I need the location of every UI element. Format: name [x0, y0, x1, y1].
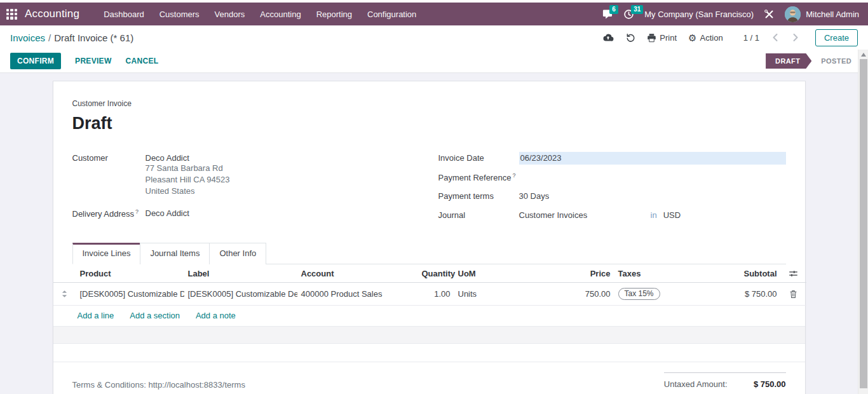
breadcrumb-current: Draft Invoice (* 61): [54, 32, 133, 43]
help-marker: ?: [135, 208, 139, 215]
cell-account[interactable]: 400000 Product Sales: [297, 283, 418, 306]
invoice-date-label: Invoice Date: [438, 150, 519, 163]
col-product[interactable]: Product: [76, 264, 184, 283]
add-note-link[interactable]: Add a note: [196, 311, 236, 320]
scrollbar-thumb[interactable]: [860, 59, 867, 388]
table-add-row: Add a line Add a section Add a note: [53, 306, 805, 327]
totals-block: Untaxed Amount: $ 750.00 Tax 15%: $ 112.…: [664, 372, 786, 394]
pager: 1 / 1: [743, 33, 759, 43]
cancel-button[interactable]: CANCEL: [126, 57, 159, 65]
user-menu[interactable]: Mitchell Admin: [785, 6, 859, 22]
payment-terms-label: Payment terms: [438, 188, 519, 201]
save-cloud-icon[interactable]: [602, 33, 614, 43]
cell-label[interactable]: [DESK0005] Customizable Des...: [184, 283, 297, 306]
debug-tools-icon[interactable]: [764, 9, 775, 20]
col-uom[interactable]: UoM: [454, 264, 529, 283]
tax-tag[interactable]: Tax 15%: [618, 288, 660, 300]
discard-undo-icon[interactable]: [625, 32, 635, 43]
apps-grid-icon[interactable]: [6, 9, 17, 20]
col-taxes[interactable]: Taxes: [614, 264, 698, 283]
activities-count-badge: 31: [631, 5, 643, 14]
company-switcher[interactable]: My Company (San Francisco): [644, 10, 754, 19]
menu-dashboard[interactable]: Dashboard: [96, 4, 152, 25]
customer-address-line: United States: [146, 186, 438, 197]
menu-vendors[interactable]: Vendors: [207, 4, 253, 25]
delete-line-icon[interactable]: [781, 283, 806, 306]
empty-table-row: [53, 344, 805, 362]
delivery-address-field[interactable]: Deco Addict: [146, 205, 438, 218]
help-marker: ?: [512, 172, 515, 179]
messages-button[interactable]: 6: [602, 9, 613, 20]
col-label[interactable]: Label: [184, 264, 297, 283]
notebook-tabs: Invoice Lines Journal Items Other Info: [72, 243, 786, 264]
create-button[interactable]: Create: [815, 29, 858, 46]
top-nav-bar: Accounting Dashboard Customers Vendors A…: [0, 3, 868, 25]
add-section-link[interactable]: Add a section: [130, 311, 180, 320]
customer-address-line: 77 Santa Barbara Rd: [146, 163, 438, 174]
printer-icon: [647, 33, 656, 43]
table-header-row: Product Label Account Quantity UoM Price…: [53, 264, 806, 283]
app-brand[interactable]: Accounting: [25, 8, 79, 20]
invoice-lines-table: Product Label Account Quantity UoM Price…: [53, 264, 806, 306]
scroll-up-arrow-icon[interactable]: [861, 53, 866, 57]
state-draft[interactable]: DRAFT: [766, 53, 811, 69]
content-area: Customer Invoice Draft Customer Deco Add…: [0, 73, 868, 394]
messages-count-badge: 6: [609, 5, 618, 14]
customer-label: Customer: [72, 150, 146, 163]
invoice-type-label: Customer Invoice: [72, 99, 786, 108]
menu-reporting[interactable]: Reporting: [309, 4, 360, 25]
top-menu: Dashboard Customers Vendors Accounting R…: [96, 4, 424, 25]
delivery-address-label: Delivery Address?: [72, 205, 146, 219]
state-posted[interactable]: POSTED: [821, 57, 851, 65]
pager-next-icon[interactable]: [791, 32, 800, 43]
invoice-title: Draft: [72, 114, 786, 133]
tab-journal-items[interactable]: Journal Items: [140, 243, 210, 264]
invoice-date-field[interactable]: 06/23/2023: [519, 152, 786, 165]
terms-and-conditions[interactable]: Terms & Conditions: http://localhost:883…: [72, 372, 245, 394]
cell-quantity[interactable]: 1.00: [418, 283, 454, 306]
action-label: Action: [700, 33, 723, 43]
col-price[interactable]: Price: [529, 264, 614, 283]
user-avatar: [785, 6, 801, 22]
untaxed-amount-label: Untaxed Amount:: [664, 379, 728, 389]
col-quantity[interactable]: Quantity: [418, 264, 454, 283]
empty-table-row: [53, 327, 805, 344]
payment-reference-field[interactable]: [519, 169, 786, 172]
cell-uom[interactable]: Units: [454, 283, 529, 306]
print-button[interactable]: Print: [647, 33, 677, 43]
tab-other-info[interactable]: Other Info: [209, 243, 266, 264]
confirm-button[interactable]: CONFIRM: [10, 53, 61, 69]
vertical-scrollbar[interactable]: [858, 50, 868, 394]
control-panel: Invoices/Draft Invoice (* 61) Print ⚙ Ac…: [0, 25, 868, 50]
customer-address-line: Pleasant Hill CA 94523: [146, 174, 438, 186]
tab-invoice-lines[interactable]: Invoice Lines: [72, 243, 141, 264]
action-button[interactable]: ⚙ Action: [688, 33, 723, 43]
preview-button[interactable]: PREVIEW: [75, 57, 111, 65]
col-subtotal[interactable]: Subtotal: [698, 264, 781, 283]
journal-in-word: in: [651, 210, 657, 220]
cell-product[interactable]: [DESK0005] Customizable Des...: [76, 283, 184, 306]
drag-handle-icon[interactable]: [53, 283, 76, 306]
payment-reference-label: Payment Reference?: [438, 169, 519, 182]
invoice-line-row[interactable]: [DESK0005] Customizable Des... [DESK0005…: [53, 283, 806, 306]
menu-accounting[interactable]: Accounting: [252, 4, 308, 25]
col-account[interactable]: Account: [297, 264, 418, 283]
invoice-sheet: Customer Invoice Draft Customer Deco Add…: [53, 81, 806, 394]
add-line-link[interactable]: Add a line: [78, 311, 114, 320]
activities-button[interactable]: 31: [623, 9, 634, 20]
currency-field[interactable]: USD: [663, 210, 681, 220]
payment-terms-field[interactable]: 30 Days: [519, 188, 786, 201]
breadcrumb-invoices-link[interactable]: Invoices: [10, 32, 45, 43]
menu-customers[interactable]: Customers: [152, 4, 207, 25]
breadcrumb: Invoices/Draft Invoice (* 61): [10, 32, 133, 43]
cell-subtotal: $ 750.00: [698, 283, 781, 306]
pager-previous-icon[interactable]: [771, 32, 780, 43]
optional-columns-icon[interactable]: [781, 264, 806, 283]
user-name: Mitchell Admin: [806, 10, 859, 19]
customer-name-field[interactable]: Deco Addict: [146, 153, 438, 163]
journal-field[interactable]: Customer Invoices: [519, 210, 651, 220]
menu-configuration[interactable]: Configuration: [360, 4, 424, 25]
cell-price[interactable]: 750.00: [529, 283, 614, 306]
gear-icon: ⚙: [688, 33, 696, 43]
status-bar: CONFIRM PREVIEW CANCEL DRAFT POSTED: [0, 50, 868, 73]
